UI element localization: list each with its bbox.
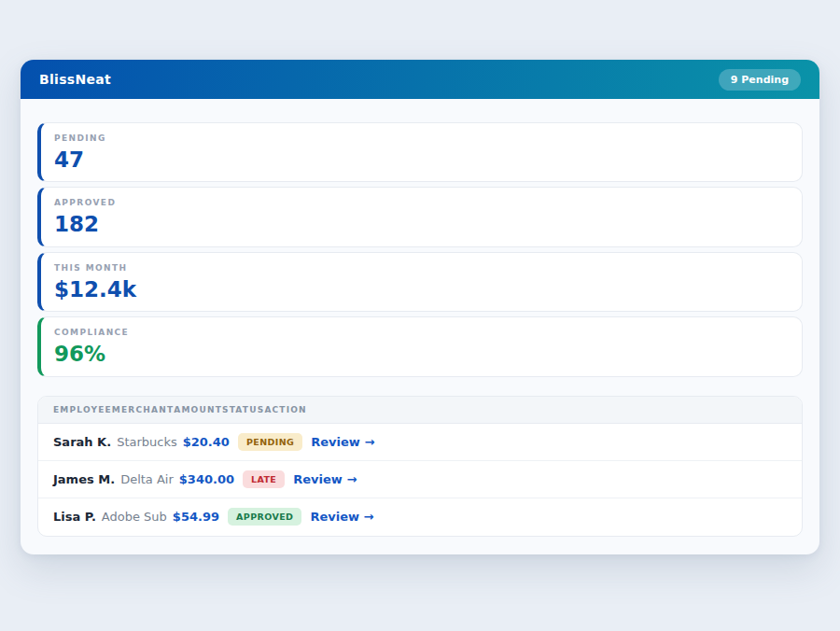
stat-label: PENDING xyxy=(54,133,789,143)
merchant-name: Starbucks xyxy=(117,435,177,449)
review-link[interactable]: Review → xyxy=(310,510,373,524)
stat-value: 182 xyxy=(54,212,789,236)
column-header-merchant: MERCHANT xyxy=(112,405,174,414)
expense-dashboard-panel: BlissNeat 9 Pending PENDING 47 APPROVED … xyxy=(21,60,819,554)
amount-value: $54.99 xyxy=(173,510,219,524)
employee-name: Lisa P. xyxy=(53,510,96,524)
review-link[interactable]: Review → xyxy=(293,472,357,486)
stat-label: THIS MONTH xyxy=(54,263,789,273)
stat-value: $12.4k xyxy=(54,277,789,301)
stat-value: 96% xyxy=(54,342,789,366)
merchant-name: Adobe Sub xyxy=(102,510,167,524)
status-badge: PENDING xyxy=(238,433,302,451)
expense-table: EMPLOYEEMERCHANTAMOUNTSTATUSACTION Sarah… xyxy=(37,396,803,537)
amount-value: $20.40 xyxy=(183,435,230,449)
stat-card: APPROVED 182 xyxy=(37,187,803,246)
panel-header: BlissNeat 9 Pending xyxy=(21,60,819,99)
panel-body: PENDING 47 APPROVED 182 THIS MONTH $12.4… xyxy=(21,99,819,554)
app-title: BlissNeat xyxy=(39,72,111,87)
status-badge: APPROVED xyxy=(228,508,301,526)
table-body: Sarah K. Starbucks $20.40 PENDING Review… xyxy=(38,424,802,536)
stat-card: COMPLIANCE 96% xyxy=(37,316,803,376)
review-link[interactable]: Review → xyxy=(311,435,374,449)
employee-name: James M. xyxy=(53,472,115,486)
table-row: Sarah K. Starbucks $20.40 PENDING Review… xyxy=(38,424,802,461)
column-header-status: STATUS xyxy=(222,405,264,414)
table-row: James M. Delta Air $340.00 LATE Review → xyxy=(38,461,802,498)
amount-value: $340.00 xyxy=(179,472,234,486)
stat-card: PENDING 47 xyxy=(37,122,803,182)
column-header-action: ACTION xyxy=(264,405,306,414)
stat-value: 47 xyxy=(54,147,789,172)
stat-label: APPROVED xyxy=(54,198,789,207)
column-header-amount: AMOUNT xyxy=(174,405,222,414)
pending-count-badge[interactable]: 9 Pending xyxy=(719,69,801,91)
stat-card: THIS MONTH $12.4k xyxy=(37,252,803,312)
employee-name: Sarah K. xyxy=(53,435,111,449)
stats-section: PENDING 47 APPROVED 182 THIS MONTH $12.4… xyxy=(37,122,803,377)
status-badge: LATE xyxy=(243,470,285,488)
merchant-name: Delta Air xyxy=(120,472,174,486)
column-header-employee: EMPLOYEE xyxy=(53,405,112,414)
table-row: Lisa P. Adobe Sub $54.99 APPROVED Review… xyxy=(38,498,802,536)
table-header-row: EMPLOYEEMERCHANTAMOUNTSTATUSACTION xyxy=(38,397,802,424)
stat-label: COMPLIANCE xyxy=(54,328,789,337)
